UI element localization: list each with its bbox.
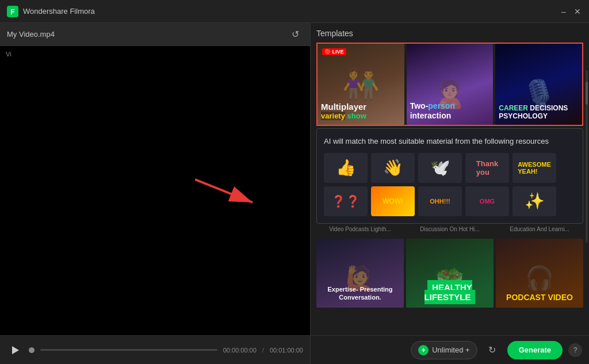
titlebar: F Wondershare Filmora – ✕ [0, 0, 589, 23]
bottom-label-2: Education And Learni... [496, 226, 583, 236]
emoji-wow[interactable]: WOW! [371, 186, 415, 216]
play-button[interactable] [7, 342, 23, 358]
reload-button[interactable]: ↺ [287, 26, 303, 43]
red-arrow [195, 174, 264, 208]
twoperson-text: Two-person interaction [410, 101, 455, 120]
twoperson-line2: interaction [410, 111, 455, 120]
podcast-text: PODCAST VIDEO [496, 293, 583, 302]
emoji-sparkle[interactable]: ✨ [512, 186, 556, 216]
career-line1: CAREER DECISIONS [499, 104, 568, 112]
unlimited-icon: + [418, 345, 429, 355]
action-bar: + Unlimited + ↻ Generate ? [311, 335, 589, 364]
right-panel: Templates 👫 🔴 LIVE Multiplayer variety s… [311, 23, 589, 364]
show-text: show [345, 112, 366, 120]
emoji-wave[interactable]: 👋 [371, 153, 415, 183]
emoji-row-2: ❓❓ WOW! OHH!!! OMG ✨ [324, 186, 576, 216]
bottom-label-0: Video Podcasts Lighth... [316, 226, 404, 236]
career-text: CAREER DECISIONS PSYCHOLOGY [499, 104, 568, 120]
left-panel: My Video.mp4 ↺ Vi [0, 23, 311, 364]
emoji-dove[interactable]: 🕊️ [418, 153, 462, 183]
emoji-ohh[interactable]: OHH!!! [418, 186, 462, 216]
svg-marker-4 [12, 346, 19, 354]
multiplayer-line2: variety show [321, 112, 366, 120]
templates-title: Templates [316, 29, 583, 38]
app-title: Wondershare Filmora [23, 7, 559, 16]
psychology-text: PSYCHOLOGY [499, 112, 568, 120]
video-label: Vi [6, 51, 12, 58]
top-template-row: 👫 🔴 LIVE Multiplayer variety show 🙎 [316, 43, 583, 126]
ai-popup: AI will match the most suitable material… [316, 128, 583, 224]
refresh-button[interactable]: ↻ [483, 341, 502, 359]
unlimited-label: Unlimited + [432, 346, 469, 354]
ai-popup-text: AI will match the most suitable material… [324, 136, 576, 147]
multiplayer-line1: Multiplayer [321, 102, 366, 112]
scrollbar-thumb [586, 82, 588, 105]
twoperson-line1: Two-person [410, 101, 455, 111]
help-button[interactable]: ? [568, 343, 582, 357]
svg-text:F: F [10, 8, 14, 16]
variety-text: variety [321, 112, 345, 120]
close-button[interactable]: ✕ [573, 7, 582, 16]
template-card-twoperson[interactable]: 🙎 Two-person interaction [407, 44, 494, 125]
template-card-career[interactable]: 🎙️ CAREER DECISIONS PSYCHOLOGY [495, 44, 582, 125]
progress-bar[interactable] [40, 349, 217, 351]
emoji-row-1: 👍 👋 🕊️ Thankyou AWESOMEYEAH! [324, 153, 576, 183]
video-preview: Vi [0, 46, 310, 335]
unlimited-button[interactable]: + Unlimited + [411, 341, 477, 359]
emoji-omg[interactable]: OMG [465, 186, 509, 216]
playback-bar: 00:00:00:00 / 00:01:00:00 [0, 335, 310, 364]
window-controls: – ✕ [559, 7, 582, 16]
main-layout: My Video.mp4 ↺ Vi [0, 23, 589, 364]
app-logo: F [7, 6, 18, 17]
progress-dot [29, 347, 35, 353]
emoji-thumbsup[interactable]: 👍 [324, 153, 368, 183]
file-name: My Video.mp4 [7, 30, 282, 39]
emoji-grid: 👍 👋 🕊️ Thankyou AWESOMEYEAH! ❓❓ WOW! OHH… [324, 153, 576, 216]
svg-line-3 [195, 179, 253, 202]
multiplayer-text: Multiplayer variety show [321, 102, 366, 120]
podcast-label: PODCAST VIDEO [506, 293, 573, 302]
template-card-expertise[interactable]: 🙋 Expertise- PresentingConversation. [316, 239, 404, 308]
time-divider: / [262, 347, 264, 354]
template-area: 👫 🔴 LIVE Multiplayer variety show 🙎 [316, 43, 583, 358]
expertise-text: Expertise- PresentingConversation. [316, 285, 404, 302]
bottom-template-row: 🙋 Expertise- PresentingConversation. 🥗 H… [316, 239, 583, 308]
template-card-podcast[interactable]: 🎧 PODCAST VIDEO [496, 239, 583, 308]
emoji-yeah[interactable]: AWESOMEYEAH! [512, 153, 556, 183]
template-card-multiplayer[interactable]: 👫 🔴 LIVE Multiplayer variety show [318, 44, 404, 125]
healthy-text: HEALTHYLIFESTYLE [406, 282, 494, 302]
bottom-label-1: Discussion On Hot Hi... [406, 226, 494, 236]
emoji-thankyou[interactable]: Thankyou [465, 153, 509, 183]
person-text: person [428, 101, 455, 110]
healthy-box: HEALTHYLIFESTYLE [424, 280, 476, 304]
decisions-text: DECISIONS [528, 104, 568, 112]
template-card-healthy[interactable]: 🥗 HEALTHYLIFESTYLE [406, 239, 494, 308]
generate-button[interactable]: Generate [507, 341, 563, 359]
emoji-question[interactable]: ❓❓ [324, 186, 368, 216]
file-bar: My Video.mp4 ↺ [0, 23, 310, 46]
career-green: CAREER [499, 104, 528, 112]
time-current: 00:00:00:00 [223, 347, 257, 354]
minimize-button[interactable]: – [559, 7, 568, 16]
time-total: 00:01:00:00 [270, 347, 303, 354]
bottom-labels: Video Podcasts Lighth... Discussion On H… [316, 226, 583, 236]
live-badge: 🔴 LIVE [322, 48, 346, 55]
scrollbar[interactable] [586, 70, 588, 243]
